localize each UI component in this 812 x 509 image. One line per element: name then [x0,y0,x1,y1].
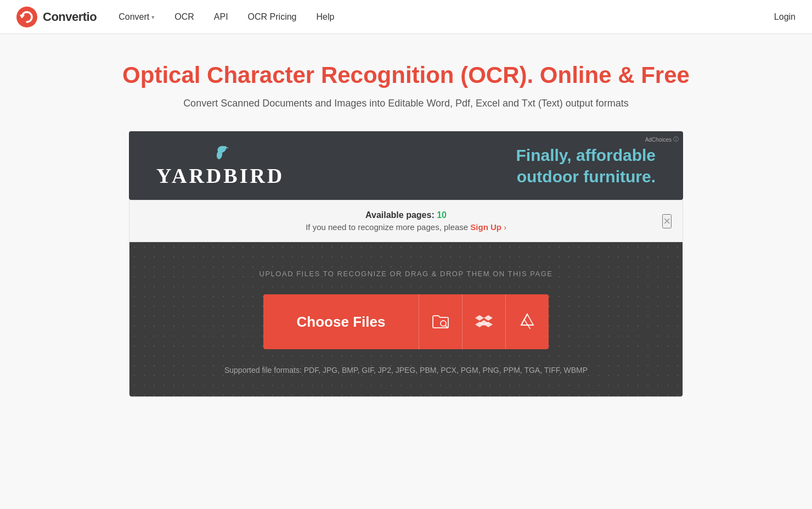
nav-help[interactable]: Help [316,12,334,22]
logo-icon [16,7,37,27]
pages-bar: Available pages: 10 If you need to recog… [129,200,683,242]
logo[interactable]: Convertio [16,7,97,27]
pages-count: 10 [437,210,447,220]
folder-search-icon [419,294,462,349]
svg-line-14 [525,320,531,329]
svg-marker-7 [484,315,493,321]
nav-ocr-pricing[interactable]: OCR Pricing [248,12,297,22]
ad-banner: AdChoices ⓘ YARDBIRD Finally, affordable… [129,131,683,200]
more-pages-text: If you need to recognize more pages, ple… [306,222,506,232]
formats-list: PDF, JPG, BMP, GIF, JP2, JPEG, PBM, PCX,… [304,366,588,374]
signup-link[interactable]: Sign Up [470,222,501,232]
available-pages-text: Available pages: 10 [306,210,506,220]
ad-choices: AdChoices ⓘ [645,136,679,143]
svg-marker-6 [475,315,484,321]
arrow-icon: › [504,223,506,232]
nav-login[interactable]: Login [774,12,796,22]
ad-tagline: Finally, affordableoutdoor furniture. [516,144,656,187]
svg-point-0 [16,7,37,27]
upload-zone: UPLOAD FILES TO RECOGNIZE OR DRAG & DROP… [129,242,683,396]
upload-instruction: UPLOAD FILES TO RECOGNIZE OR DRAG & DROP… [146,270,666,278]
bird-icon [211,144,230,164]
choose-files-label: Choose Files [263,314,419,331]
close-button[interactable]: × [662,214,672,228]
chevron-down-icon: ▾ [151,14,155,21]
nav-api[interactable]: API [214,12,228,22]
ad-logo: YARDBIRD [156,144,284,188]
nav-convert[interactable]: Convert ▾ [119,12,155,22]
upload-wrapper: Available pages: 10 If you need to recog… [129,200,683,397]
google-drive-icon [505,294,549,349]
main-nav: Convert ▾ OCR API OCR Pricing Help [119,12,774,22]
page-title: Optical Character Recognition (OCR). Onl… [38,61,774,89]
choose-files-button[interactable]: Choose Files [263,294,549,349]
dropbox-icon [462,294,505,349]
page-subtitle: Convert Scanned Documents and Images int… [38,98,774,109]
logo-text: Convertio [43,10,97,24]
ad-brand-text: YARDBIRD [156,164,284,188]
nav-ocr[interactable]: OCR [174,12,194,22]
supported-formats: Supported file formats: PDF, JPG, BMP, G… [146,366,666,374]
